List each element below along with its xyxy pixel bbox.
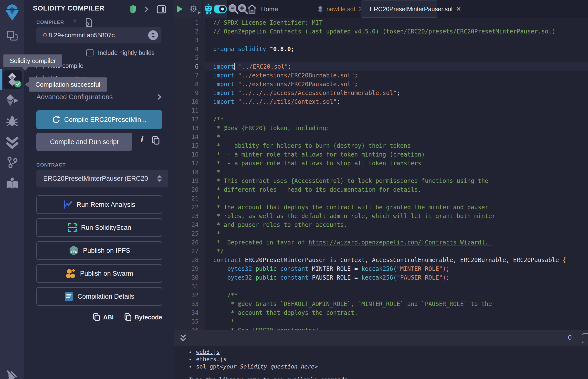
code-line[interactable]: /** xyxy=(213,115,588,124)
include-nightly-checkbox[interactable] xyxy=(86,49,93,56)
code-line[interactable]: * @dev Grants `DEFAULT_ADMIN_ROLE`, `MIN… xyxy=(213,300,588,308)
code-token: import xyxy=(213,63,234,70)
code-line[interactable]: * - a minter role that allows for token … xyxy=(213,150,588,159)
code-line[interactable]: /** xyxy=(213,291,588,300)
code-line[interactable]: * The account that deploys the contract … xyxy=(213,203,588,212)
code-line[interactable]: * xyxy=(213,133,588,142)
add-compiler-icon[interactable]: + xyxy=(73,16,77,26)
code-line[interactable]: import "../extensions/ERC20Pausable.sol"… xyxy=(213,80,588,89)
line-number: 18 xyxy=(174,168,199,176)
code-line[interactable]: * - ability for holders to burn (destroy… xyxy=(213,142,588,150)
contract-select[interactable]: ERC20PresetMinterPauser (ERC20 xyxy=(36,170,168,187)
compiler-version-select[interactable]: 0.8.29+commit.ab55807c xyxy=(36,27,161,43)
code-line[interactable] xyxy=(213,53,588,62)
ai-copilot-toggle[interactable] xyxy=(214,5,227,14)
code-line[interactable]: * account that deploys the contract. xyxy=(213,308,588,317)
solidity-compiler-icon[interactable] xyxy=(0,72,24,87)
tab-newfile[interactable]: newfile.sol 2 xyxy=(318,0,362,18)
file-explorer-icon[interactable] xyxy=(0,30,24,43)
compile-and-run-button[interactable]: Compile and Run script xyxy=(36,133,132,151)
terminal-expand-icon[interactable] xyxy=(179,334,187,343)
code-line[interactable]: * roles, as well as the default admin ro… xyxy=(213,212,588,221)
shield-icon[interactable] xyxy=(129,5,137,14)
copy-script-icon[interactable] xyxy=(152,136,160,145)
deploy-run-icon[interactable] xyxy=(0,94,24,107)
code-line[interactable]: * @dev {ERC20} token, including: xyxy=(213,124,588,133)
plugin-manager-icon[interactable] xyxy=(0,369,24,379)
run-remix-analysis-button[interactable]: Run Remix Analysis xyxy=(36,195,162,214)
code-line[interactable]: bytes32 public constant PAUSER_ROLE = ke… xyxy=(213,273,588,282)
home-tab-label: Home xyxy=(261,5,278,13)
compile-button[interactable]: Compile ERC20PresetMin... xyxy=(36,111,162,129)
code-line[interactable]: // SPDX-License-Identifier: MIT xyxy=(213,18,588,27)
code-token: "../ERC20.sol" xyxy=(239,63,288,70)
unit-testing-icon[interactable] xyxy=(0,137,24,149)
code-token: * xyxy=(213,169,220,175)
copy-icon xyxy=(93,313,100,321)
code-line[interactable]: import "../../../access/AccessControlEnu… xyxy=(213,89,588,97)
code-line[interactable]: contract ERC20PresetMinterPauser is Cont… xyxy=(213,256,588,265)
remix-ai-robot-icon[interactable] xyxy=(203,3,214,15)
copy-abi-button[interactable]: ABI xyxy=(93,313,114,321)
tab-erc20presetminterpauser[interactable]: ERC20PresetMinterPauser.sol ✕ xyxy=(361,0,437,17)
pin-panel-icon[interactable] xyxy=(156,5,166,14)
line-number: 11 xyxy=(174,106,199,115)
code-token: { xyxy=(562,257,566,264)
compiler-license-icon[interactable] xyxy=(84,17,93,27)
code-token: * - a minter role that allows for token … xyxy=(213,151,425,158)
info-icon[interactable]: i xyxy=(140,135,143,144)
code-line[interactable]: * xyxy=(213,194,588,203)
code-line[interactable]: import "../../../utils/Context.sol"; xyxy=(213,97,588,106)
expand-chevron-icon[interactable] xyxy=(144,5,149,14)
code-line[interactable] xyxy=(213,36,588,45)
line-number: 17 xyxy=(174,159,199,168)
code-token: ERC20PresetMinterPauser xyxy=(242,257,330,264)
remix-logo-icon[interactable] xyxy=(0,3,24,21)
advanced-configurations-toggle[interactable]: Advanced Configurations xyxy=(36,93,162,101)
code-token: * @dev Grants `DEFAULT_ADMIN_ROLE`, `MIN… xyxy=(213,300,492,307)
run-solidityscan-button[interactable]: Run SolidityScan xyxy=(36,218,162,237)
close-tab-icon[interactable]: ✕ xyxy=(456,5,461,13)
code-line[interactable]: * See {ERC20-constructor}. xyxy=(213,326,588,330)
git-icon[interactable] xyxy=(0,156,24,169)
code-line[interactable] xyxy=(213,106,588,115)
publish-swarm-button[interactable]: Publish on Swarm xyxy=(36,264,162,283)
code-line[interactable]: * _Deprecated in favor of https://wizard… xyxy=(213,238,588,247)
code-line[interactable]: * and pauser roles to other accounts. xyxy=(213,221,588,229)
code-line[interactable]: * xyxy=(213,317,588,326)
code-line[interactable]: import "../extensions/ERC20Burnable.sol"… xyxy=(213,71,588,80)
code-line[interactable]: * xyxy=(213,229,588,238)
code-token: ; xyxy=(288,63,291,70)
terminal-row: • ethers.js xyxy=(189,356,588,363)
code-token: "../../../utils/Context.sol" xyxy=(238,98,337,105)
learneth-icon[interactable] xyxy=(0,177,24,190)
line-number: 33 xyxy=(174,300,199,308)
code-line[interactable]: * This contract uses {AccessControl} to … xyxy=(213,176,588,185)
include-nightly-label: Include nightly builds xyxy=(98,49,155,56)
copy-bytecode-button[interactable]: Bytecode xyxy=(124,313,162,321)
code-line[interactable]: bytes32 public constant MINTER_ROLE = ke… xyxy=(213,265,588,273)
terminal-listen-count: 0 xyxy=(568,334,572,341)
web3js-link[interactable]: web3.js xyxy=(196,348,220,356)
line-number: 16 xyxy=(174,150,199,159)
code-line[interactable]: import "../ERC20.sol"; xyxy=(205,62,588,71)
code-line[interactable]: pragma solidity ^0.8.0; xyxy=(213,45,588,53)
terminal-content[interactable]: • web3.js • ethers.js • sol-gpt <your So… xyxy=(174,346,588,379)
code-token: import xyxy=(213,90,234,96)
play-button[interactable] xyxy=(177,5,183,13)
code-token: // SPDX-License-Identifier: MIT xyxy=(213,19,323,26)
code-line[interactable]: * different roles - head to its document… xyxy=(213,185,588,194)
code-line[interactable]: * xyxy=(213,168,588,176)
run-script-config-icon[interactable]: ⚙▶ xyxy=(189,4,199,15)
ethersjs-link[interactable]: ethers.js xyxy=(196,356,227,363)
code-line[interactable]: */ xyxy=(213,247,588,256)
code-editor[interactable]: 1234567891011121314151617181920212223242… xyxy=(174,18,588,330)
debugger-icon[interactable] xyxy=(0,115,24,127)
code-line[interactable]: // OpenZeppelin Contracts (last updated … xyxy=(213,27,588,36)
tab-home[interactable]: Home xyxy=(247,0,278,18)
code-line[interactable] xyxy=(213,282,588,291)
terminal-listen-checkbox[interactable] xyxy=(582,333,588,343)
publish-ipfs-button[interactable]: IPFS Publish on IPFS xyxy=(36,241,162,260)
compilation-details-button[interactable]: Compilation Details xyxy=(36,287,162,306)
code-line[interactable]: * - a pauser role that allows to stop al… xyxy=(213,159,588,168)
